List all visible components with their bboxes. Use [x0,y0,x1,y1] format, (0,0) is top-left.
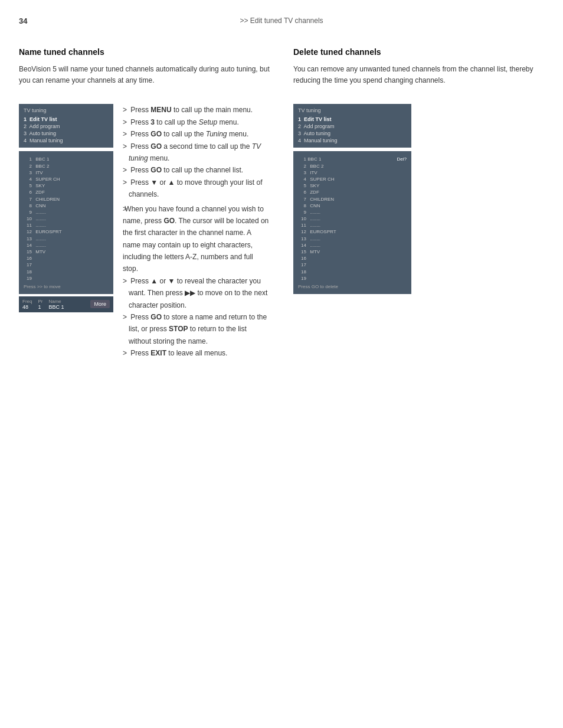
pr-label: Pr [38,299,42,304]
pr-value: 1 [38,304,42,310]
name-label: Name [48,299,64,304]
name-instructions: Press MENU to call up the main menu. Pre… [123,104,270,359]
del-badge: Del? [397,156,407,162]
name-menu-item-4: 4 Manual tuning [24,137,109,144]
name-tv-panel: TV tuning 1 Edit TV list 2 Add program 3… [19,104,113,148]
delete-channel-panel: 1 BBC 1 Del? 2 BBC 2 3 ITV 4 SUPER CH 5 … [293,151,411,294]
instruction-2: Press 3 to call up the Setup menu. [123,116,270,128]
instruction-8: Press ▲ or ▼ to reveal the character you… [123,275,270,311]
freq-label: Freq [22,299,32,304]
name-menu-item-2: 2 Add program [24,123,109,130]
instruction-4: Press GO a second time to call up the TV… [123,141,270,165]
delete-menu-item-3: 3 Auto tuning [298,130,407,137]
more-button[interactable]: More [90,300,110,308]
name-value: BBC 1 [48,304,64,310]
name-channel-list: 1 BBC 1 2 BBC 2 3 ITV 4 SUPER CH 5 SKY 6… [24,156,109,282]
delete-section-desc: You can remove any unwanted tuned channe… [293,64,544,86]
name-menu-item-1: 1 Edit TV list [24,116,109,123]
delete-footer-text: Press GO to delete [298,284,407,289]
instruction-6: Press ▼ or ▲ to move through your list o… [123,177,270,201]
instruction-7: When you have found a channel you wish t… [123,203,270,275]
name-channel-panel: 1 BBC 1 2 BBC 2 3 ITV 4 SUPER CH 5 SKY 6… [19,151,113,294]
delete-channel-list: 1 BBC 1 Del? 2 BBC 2 3 ITV 4 SUPER CH 5 … [298,156,407,282]
delete-section-title: Delete tuned channels [293,47,544,57]
freq-value: 48 [22,304,32,310]
name-bottom-bar: Freq 48 Pr 1 Name BBC 1 More [19,296,113,312]
name-menu-item-3: 3 Auto tuning [24,130,109,137]
name-section-desc: BeoVision 5 will name your tuned channel… [19,64,270,86]
page-number: 34 [19,17,27,25]
instruction-1: Press MENU to call up the main menu. [123,104,270,116]
delete-menu-item-1: 1 Edit TV list [298,116,407,123]
instruction-5: Press GO to call up the channel list. [123,164,270,176]
name-footer-text: Press >> to move [24,284,109,289]
page-header: >> Edit tuned TV channels [240,17,323,25]
instruction-10: Press EXIT to leave all menus. [123,347,270,359]
delete-tv-panel-title: TV tuning [298,107,407,113]
instruction-3: Press GO to call up the Tuning menu. [123,128,270,140]
delete-tv-panel: TV tuning 1 Edit TV list 2 Add program 3… [293,104,411,148]
delete-menu-item-2: 2 Add program [298,123,407,130]
name-tv-panel-title: TV tuning [24,107,109,113]
instruction-9: Press GO to store a name and return to t… [123,311,270,347]
delete-menu-item-4: 4 Manual tuning [298,137,407,144]
name-section-title: Name tuned channels [19,47,270,57]
